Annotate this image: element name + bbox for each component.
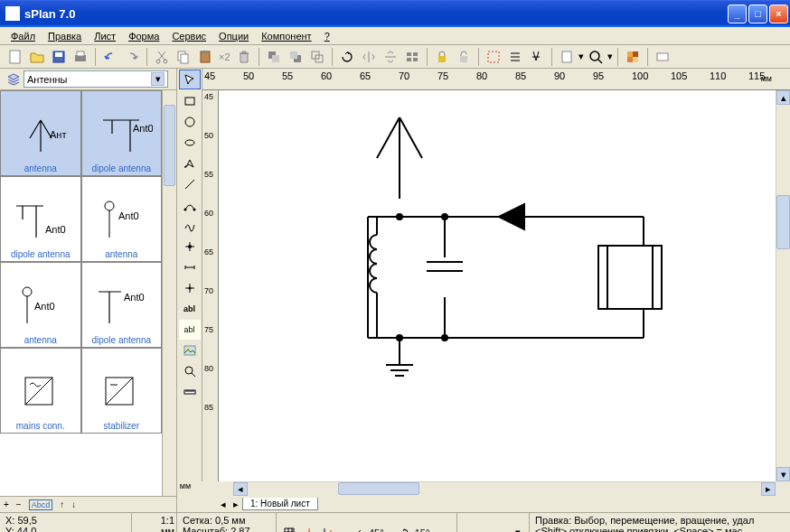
scroll-left-button[interactable]: ◂ [233, 482, 248, 496]
sheet-tab-1[interactable]: 1: Новый лист [242, 498, 318, 510]
unlock-button[interactable] [454, 47, 474, 67]
menu-help[interactable]: ? [319, 30, 335, 42]
layer-icon[interactable] [4, 70, 24, 89]
tool-dimension[interactable] [179, 257, 201, 277]
origin-button[interactable] [320, 525, 338, 533]
lock-button[interactable] [432, 47, 452, 67]
send-back-button[interactable] [286, 47, 306, 67]
menu-options[interactable]: Опции [213, 30, 254, 42]
mirror-v-button[interactable] [381, 47, 400, 67]
snap-toggle-button[interactable] [300, 525, 318, 533]
zoom-button[interactable] [586, 47, 606, 67]
tool-polygon[interactable] [179, 154, 201, 173]
library-item-dipole-1[interactable]: Ant0 dipole antenna [81, 90, 163, 176]
list-button[interactable] [505, 47, 525, 67]
close-button[interactable]: × [769, 5, 788, 23]
libctrl-abc[interactable]: Abcd [29, 499, 53, 510]
extra-button[interactable] [653, 47, 672, 67]
canvas[interactable] [219, 90, 776, 481]
tool-zoom[interactable] [179, 361, 201, 381]
rotate-button[interactable] [337, 47, 357, 67]
tool-bezier[interactable] [179, 195, 201, 215]
redo-button[interactable] [122, 47, 142, 67]
mirror-h-button[interactable] [359, 47, 379, 67]
undo-button[interactable] [100, 47, 120, 67]
status-coord-y: Y: 44,0 [5, 526, 126, 532]
svg-point-25 [590, 51, 599, 61]
tool-point[interactable] [179, 278, 201, 298]
libctrl-up[interactable]: ↑ [60, 499, 64, 509]
minimize-button[interactable]: _ [728, 5, 747, 23]
line-style-preview[interactable] [466, 529, 512, 533]
align-button[interactable] [402, 47, 422, 67]
menu-sheet[interactable]: Лист [89, 30, 121, 42]
print-button[interactable] [71, 47, 90, 67]
delete-button[interactable] [234, 47, 254, 67]
tool-freehand[interactable] [179, 216, 201, 236]
library-item-dipole-2[interactable]: Ant0 dipole antenna [0, 176, 81, 262]
save-button[interactable] [49, 47, 69, 67]
svg-rect-12 [272, 55, 279, 62]
menu-form[interactable]: Форма [123, 30, 165, 42]
tool-ellipse[interactable] [179, 133, 201, 153]
line-style-dropdown[interactable]: ▾ [515, 527, 521, 532]
bring-front-button[interactable] [264, 47, 284, 67]
menu-edit[interactable]: Правка [42, 30, 87, 42]
libctrl-down[interactable]: ↓ [71, 499, 76, 509]
tool-image[interactable] [179, 341, 201, 360]
tab-next[interactable]: ▸ [230, 499, 242, 510]
library-item-stabilizer[interactable]: stabilizer [81, 348, 163, 434]
page-button[interactable] [557, 47, 577, 67]
color-button[interactable] [623, 47, 643, 67]
library-item-antenna-2[interactable]: Ant0 antenna [81, 176, 163, 262]
svg-rect-30 [657, 53, 668, 61]
svg-point-45 [193, 209, 195, 211]
tool-palette: abl abl [177, 90, 202, 481]
search-button[interactable] [527, 47, 547, 67]
angle-button[interactable] [349, 525, 367, 533]
maximize-button[interactable]: □ [748, 5, 767, 23]
duplicate-button[interactable]: ×2 [217, 47, 232, 67]
library-item-label: antenna [105, 249, 137, 259]
tool-measure[interactable] [179, 382, 201, 402]
svg-rect-19 [407, 58, 411, 61]
library-item-dipole-3[interactable]: Ant0 dipole antenna [81, 262, 163, 348]
scroll-down-button[interactable]: ▾ [776, 467, 790, 481]
snap-button[interactable] [484, 47, 503, 67]
tool-text-bold[interactable]: abl [179, 299, 201, 319]
copy-button[interactable] [174, 47, 193, 67]
library-item-antenna-3[interactable]: Ant0 antenna [0, 262, 81, 348]
paste-button[interactable] [195, 47, 215, 67]
group-button[interactable] [307, 47, 327, 67]
library-item-antenna-1[interactable]: Ант antenna [0, 90, 81, 176]
sheet-tabs: ◂ ▸ 1: Новый лист [177, 496, 790, 512]
menu-service[interactable]: Сервис [166, 30, 212, 42]
tool-rect[interactable] [179, 91, 201, 111]
scroll-up-button[interactable]: ▴ [776, 90, 790, 105]
tool-node[interactable] [179, 237, 201, 257]
libctrl-plus[interactable]: + [4, 499, 9, 509]
scroll-right-button[interactable]: ▸ [761, 482, 776, 496]
tool-line[interactable] [179, 174, 201, 194]
menu-component[interactable]: Компонент [256, 30, 316, 42]
library-item-label: dipole antenna [91, 335, 151, 345]
libctrl-minus[interactable]: − [16, 499, 22, 509]
cut-button[interactable] [152, 47, 172, 67]
tool-select[interactable] [179, 70, 201, 89]
library-item-mains[interactable]: mains conn. [0, 348, 81, 434]
tool-text[interactable]: abl [179, 320, 201, 340]
svg-rect-18 [413, 52, 418, 56]
library-select[interactable]: Антенны ▾ [24, 70, 168, 88]
horizontal-scrollbar[interactable]: ◂ ▸ [233, 481, 776, 496]
dropdown-icon[interactable]: ▾ [151, 72, 165, 86]
rotate-step-button[interactable] [395, 525, 413, 533]
new-button[interactable] [5, 47, 25, 67]
menu-file[interactable]: Файл [5, 30, 41, 42]
open-button[interactable] [27, 47, 47, 67]
vertical-scrollbar[interactable]: ▴ ▾ [776, 90, 790, 481]
library-scrollbar[interactable] [162, 90, 176, 496]
tab-prev[interactable]: ◂ [217, 499, 230, 510]
svg-rect-29 [633, 57, 638, 62]
tool-circle[interactable] [179, 112, 201, 132]
grid-toggle-button[interactable] [280, 525, 298, 533]
